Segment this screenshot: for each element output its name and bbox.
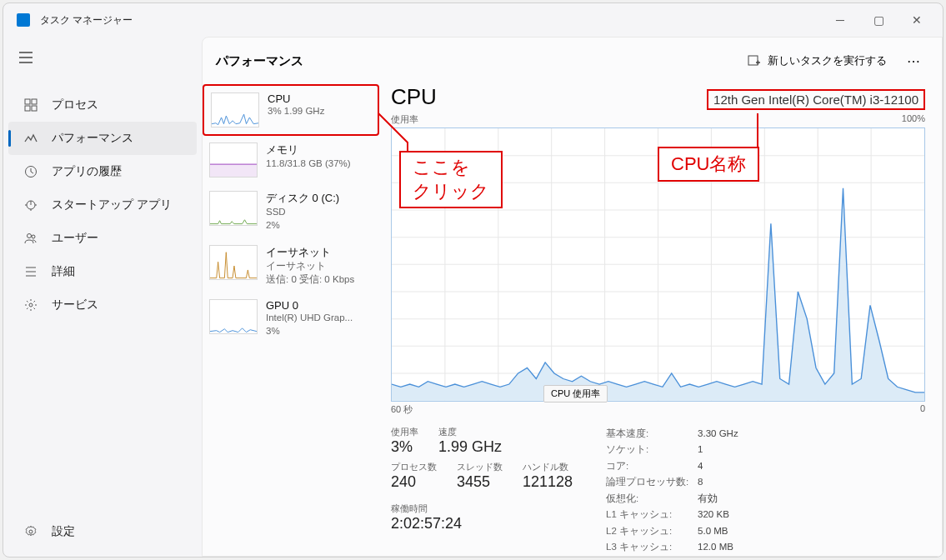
perf-name: GPU 0: [266, 299, 373, 312]
nav-processes[interactable]: プロセス: [8, 88, 197, 122]
chart-ymax: 100%: [902, 113, 925, 126]
hamburger-icon: [18, 50, 33, 65]
perf-name: メモリ: [266, 142, 373, 158]
spec-virtualization: 有効: [698, 491, 718, 508]
close-button[interactable]: ✕: [898, 7, 936, 33]
spec-l1: 320 KB: [698, 507, 729, 523]
settings-icon: [22, 525, 40, 538]
run-task-label: 新しいタスクを実行する: [768, 53, 887, 68]
performance-icon: [22, 132, 40, 145]
menu-toggle[interactable]: [3, 40, 202, 78]
nav-startup[interactable]: スタートアップ アプリ: [8, 188, 197, 222]
nav-details[interactable]: 詳細: [8, 255, 197, 288]
gpu-thumb: [209, 299, 258, 334]
stat-label: プロセス数: [391, 461, 437, 473]
nav-label: 設定: [52, 524, 75, 539]
nav-users[interactable]: ユーザー: [8, 222, 197, 255]
perf-list: CPU 3% 1.99 GHz メモリ 11.8/31.8 GB (37%): [203, 84, 383, 556]
chart-tooltip: CPU 使用率: [543, 385, 608, 402]
cpu-stats: 使用率3% 速度1.99 GHz プロセス数240 スレッド数3455 ハンドル…: [391, 426, 925, 556]
nav-label: スタートアップ アプリ: [52, 198, 172, 212]
nav-label: プロセス: [52, 98, 98, 112]
content-header: パフォーマンス 新しいタスクを実行する ⋯: [203, 38, 942, 84]
spec-key: ソケット:: [606, 442, 698, 458]
svg-point-8: [29, 303, 33, 307]
perf-item-ethernet[interactable]: イーサネット イーサネット 送信: 0 受信: 0 Kbps: [203, 238, 379, 292]
minimize-button[interactable]: ─: [821, 7, 859, 33]
perf-item-disk[interactable]: ディスク 0 (C:) SSD 2%: [203, 184, 379, 238]
perf-item-gpu[interactable]: GPU 0 Intel(R) UHD Grap... 3%: [203, 292, 379, 344]
chart-xleft: 60 秒: [391, 403, 413, 416]
nav-label: 詳細: [52, 264, 75, 279]
window-title: タスク マネージャー: [40, 13, 133, 28]
nav-label: サービス: [52, 298, 98, 312]
nav-performance[interactable]: パフォーマンス: [8, 122, 197, 155]
spec-cores: 4: [698, 458, 703, 475]
perf-sub: イーサネット 送信: 0 受信: 0 Kbps: [266, 260, 373, 286]
perf-name: CPU: [268, 92, 371, 105]
content-pane: パフォーマンス 新しいタスクを実行する ⋯ CPU 3% 1.99 GHz: [202, 37, 943, 557]
startup-icon: [22, 198, 40, 212]
spec-l3: 12.0 MB: [698, 539, 733, 556]
stat-label: 速度: [438, 426, 502, 438]
stat-processes: 240: [391, 473, 437, 491]
svg-rect-11: [210, 164, 257, 177]
gear-icon: [22, 298, 40, 312]
svg-point-9: [29, 530, 33, 533]
users-icon: [22, 232, 40, 245]
spec-key: L1 キャッシュ:: [606, 507, 698, 523]
nav-settings[interactable]: 設定: [8, 515, 197, 548]
spec-l2: 5.0 MB: [698, 523, 728, 540]
perf-sub: 3% 1.99 GHz: [268, 105, 371, 118]
nav-label: アプリの履歴: [52, 164, 122, 179]
spec-key: L2 キャッシュ:: [606, 523, 698, 540]
app-icon: [17, 13, 30, 27]
stat-label: 使用率: [391, 426, 418, 438]
ethernet-thumb: [209, 245, 258, 280]
stat-uptime: 2:02:57:24: [391, 515, 573, 532]
nav-history[interactable]: アプリの履歴: [8, 155, 197, 188]
stat-speed: 1.99 GHz: [438, 438, 502, 456]
perf-name: イーサネット: [266, 245, 373, 260]
perf-detail: CPU 12th Gen Intel(R) Core(TM) i3-12100 …: [383, 84, 942, 556]
annotation-pointer: [741, 109, 774, 151]
perf-sub: SSD 2%: [266, 206, 373, 232]
more-button[interactable]: ⋯: [898, 48, 928, 74]
nav-services[interactable]: サービス: [8, 288, 197, 322]
spec-key: L3 キャッシュ:: [606, 539, 698, 556]
stat-label: 稼働時間: [391, 502, 573, 515]
spec-key: コア:: [606, 458, 698, 475]
spec-logical: 8: [698, 474, 703, 491]
run-task-button[interactable]: 新しいタスクを実行する: [739, 48, 895, 73]
disk-thumb: [209, 191, 258, 226]
stat-label: スレッド数: [457, 461, 503, 473]
processes-icon: [22, 98, 40, 112]
svg-rect-0: [25, 99, 30, 104]
cpu-model-name: 12th Gen Intel(R) Core(TM) i3-12100: [707, 89, 925, 110]
nav-label: ユーザー: [52, 231, 98, 246]
perf-sub: Intel(R) UHD Grap... 3%: [266, 312, 373, 338]
detail-title: CPU: [391, 84, 437, 110]
spec-key: 仮想化:: [606, 491, 698, 508]
perf-item-memory[interactable]: メモリ 11.8/31.8 GB (37%): [203, 136, 379, 184]
details-icon: [22, 265, 40, 278]
run-task-icon: [748, 54, 761, 68]
spec-key: 論理プロセッサ数:: [606, 474, 698, 491]
annotation-cpu-name: CPU名称: [658, 147, 759, 182]
memory-thumb: [209, 142, 258, 178]
perf-item-cpu[interactable]: CPU 3% 1.99 GHz: [203, 84, 379, 136]
spec-key: 基本速度:: [606, 426, 698, 442]
nav-label: パフォーマンス: [52, 131, 133, 146]
sidebar: プロセス パフォーマンス アプリの履歴 スタートアップ アプリ ユーザー: [3, 37, 202, 557]
cpu-thumb: [211, 92, 259, 128]
spec-sockets: 1: [698, 442, 703, 458]
svg-rect-3: [32, 106, 37, 111]
stat-usage: 3%: [391, 438, 418, 456]
nav-list: プロセス パフォーマンス アプリの履歴 スタートアップ アプリ ユーザー: [3, 88, 202, 322]
stat-threads: 3455: [457, 473, 503, 491]
stat-handles: 121128: [523, 473, 573, 491]
maximize-button[interactable]: ▢: [859, 7, 898, 33]
svg-point-6: [28, 234, 32, 238]
spec-base-speed: 3.30 GHz: [698, 426, 738, 442]
perf-name: ディスク 0 (C:): [266, 191, 373, 206]
